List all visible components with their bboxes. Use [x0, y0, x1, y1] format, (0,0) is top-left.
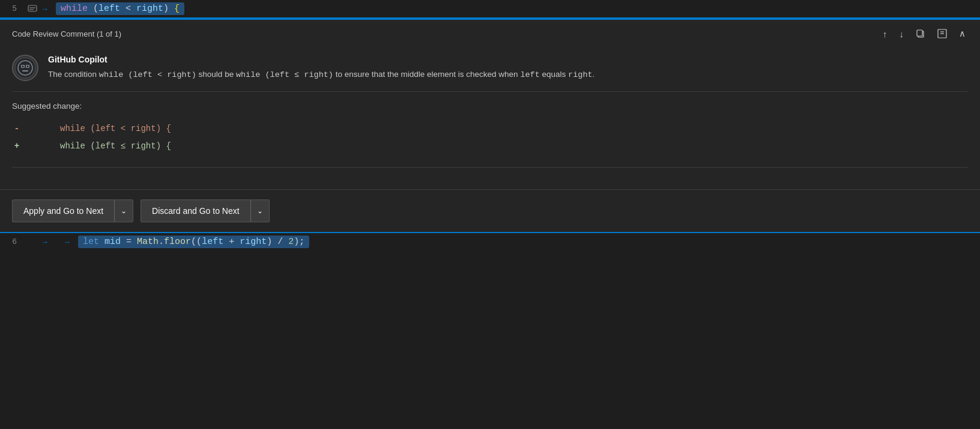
review-panel: Code Review Comment (1 of 1) ↑ ↓ ∧ — [0, 19, 980, 190]
suggested-change-label: Suggested change: — [12, 102, 968, 111]
discard-btn-group: Discard and Go to Next ⌄ — [141, 199, 270, 222]
close-panel-button[interactable]: ∧ — [957, 27, 968, 40]
diff-plus-code: while (left ≤ right) { — [60, 139, 171, 154]
bottom-arrow-indicator2: → — [63, 237, 71, 246]
diff-block: - while (left < right) { + while (left ≤… — [12, 118, 968, 157]
comment-text: The condition while (left < right) shoul… — [48, 68, 968, 82]
bottom-code: let mid = Math.floor((left + right) / 2)… — [78, 237, 309, 247]
line-number-6: 6 — [0, 237, 24, 246]
svg-rect-4 — [917, 30, 922, 36]
arrow-indicator: → — [41, 4, 49, 13]
review-header-actions: ↑ ↓ ∧ — [880, 27, 968, 40]
review-body: GitHub Copilot The condition while (left… — [0, 47, 980, 189]
comment-gutter-icon[interactable] — [24, 3, 41, 15]
avatar — [12, 55, 38, 81]
apply-and-next-button[interactable]: Apply and Go to Next — [12, 199, 114, 222]
diff-minus-sign: - — [12, 121, 22, 136]
diff-plus-line: + while (left ≤ right) { — [12, 138, 968, 155]
svg-rect-12 — [22, 70, 28, 72]
comment-content: GitHub Copilot The condition while (left… — [48, 55, 968, 82]
diff-plus-sign: + — [12, 139, 22, 154]
bottom-arrow-indicator: → — [41, 237, 49, 246]
action-bar: Apply and Go to Next ⌄ Discard and Go to… — [0, 190, 980, 232]
line-number-5: 5 — [0, 4, 24, 13]
discard-dropdown-icon: ⌄ — [257, 207, 263, 215]
comment-row: GitHub Copilot The condition while (left… — [12, 55, 968, 82]
review-header: Code Review Comment (1 of 1) ↑ ↓ ∧ — [0, 20, 980, 47]
diff-minus-code: while (left < right) { — [60, 121, 171, 136]
divider-2 — [12, 167, 968, 168]
nav-down-button[interactable]: ↓ — [897, 28, 907, 40]
svg-point-13 — [22, 65, 24, 67]
editor-top-line: 5 → while (left < right) { — [0, 0, 980, 19]
editor-bottom-line: 6 → → let mid = Math.floor((left + right… — [0, 232, 980, 251]
comment-author: GitHub Copilot — [48, 55, 968, 64]
svg-point-14 — [27, 65, 29, 67]
review-header-title: Code Review Comment (1 of 1) — [12, 29, 121, 38]
discard-and-next-button[interactable]: Discard and Go to Next — [141, 199, 250, 222]
nav-up-button[interactable]: ↑ — [880, 28, 890, 40]
expand-button[interactable] — [935, 28, 949, 40]
apply-dropdown-icon: ⌄ — [121, 207, 127, 215]
apply-dropdown-button[interactable]: ⌄ — [114, 199, 133, 222]
svg-rect-0 — [28, 5, 37, 11]
discard-dropdown-button[interactable]: ⌄ — [250, 199, 270, 222]
divider-1 — [12, 91, 968, 92]
diff-minus-line: - while (left < right) { — [12, 120, 968, 138]
apply-btn-group: Apply and Go to Next ⌄ — [12, 199, 133, 222]
highlighted-code: while (left < right) { — [56, 2, 184, 15]
copy-button[interactable] — [913, 28, 928, 40]
